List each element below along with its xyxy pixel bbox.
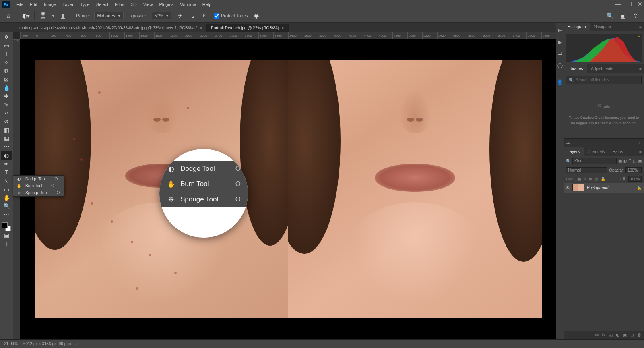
blend-select[interactable]: Normal — [566, 167, 607, 173]
fill-value[interactable]: 100% — [628, 176, 642, 182]
lasso-tool[interactable]: ⌇ — [1, 50, 12, 58]
lock-all-icon[interactable]: 🔒 — [601, 177, 605, 181]
color-swatches[interactable] — [2, 222, 11, 231]
menu-edit[interactable]: Edit — [27, 2, 41, 7]
adjustment-icon[interactable]: ◐ — [616, 332, 620, 338]
group-icon[interactable]: ▣ — [623, 332, 627, 338]
pen-tool[interactable]: ✒ — [1, 160, 12, 168]
path-tool[interactable]: ↖ — [1, 177, 12, 185]
doc-dimensions[interactable]: 6912 px x 3456 px (96 ppi) — [23, 342, 71, 346]
tab-paths[interactable]: Paths — [609, 147, 627, 156]
hand-tool[interactable]: ✋ — [1, 194, 12, 202]
new-layer-icon[interactable]: ⊞ — [630, 332, 634, 338]
gradient-tool[interactable]: ▦ — [1, 135, 12, 143]
eraser-tool[interactable]: ◧ — [1, 126, 12, 134]
link-icon[interactable]: ⧉ — [595, 332, 599, 338]
tab-libraries[interactable]: Libraries — [564, 64, 587, 73]
panel-menu-icon[interactable]: ≡ — [637, 64, 644, 73]
lock-artboard-icon[interactable]: ⊕ — [589, 177, 592, 181]
stamp-tool[interactable]: ⎌ — [1, 109, 12, 117]
adjust-icon[interactable]: ⊩ — [558, 27, 562, 33]
history-brush-tool[interactable]: ↺ — [1, 118, 12, 126]
trash-icon[interactable]: 🗑 — [637, 332, 642, 338]
sliders-icon[interactable]: ⇄ — [558, 51, 562, 57]
filter-pixel-icon[interactable]: ▩ — [618, 159, 622, 163]
menu-plugins[interactable]: Plugins — [156, 2, 177, 7]
tool-preset-icon[interactable]: ◐▾ — [21, 11, 30, 20]
pressure-icon[interactable]: ◉ — [252, 11, 261, 20]
tab-channels[interactable]: Channels — [584, 147, 609, 156]
doc-tab-2[interactable]: Portrait Retouch.jpg @ 22% (RGB/8#)× — [207, 24, 289, 32]
restore-icon[interactable]: ❐ — [627, 1, 632, 7]
flyout-burn[interactable]: ✋Burn ToolO — [13, 182, 64, 189]
menu-file[interactable]: File — [13, 2, 27, 7]
crop-tool[interactable]: ⧉ — [1, 67, 12, 75]
range-select[interactable]: Midtones▼ — [94, 12, 124, 19]
shape-tool[interactable]: ▭ — [1, 185, 12, 193]
brush-tool[interactable]: ✎ — [1, 101, 12, 109]
move-tool[interactable]: ✥ — [1, 33, 12, 41]
layer-thumbnail[interactable] — [572, 184, 584, 191]
menu-image[interactable]: Image — [41, 2, 60, 7]
opacity-value[interactable]: 100% — [625, 167, 642, 173]
lock-position-icon[interactable]: ✥ — [583, 177, 586, 181]
tab-histogram[interactable]: Histogram — [564, 23, 590, 31]
kind-select[interactable]: Kind — [572, 158, 617, 164]
cloud-status-icon[interactable]: ☁ — [566, 140, 570, 146]
menu-window[interactable]: Window — [177, 2, 199, 7]
doc-tab-1[interactable]: makeup-artist-applies-skintone-with-brus… — [15, 24, 207, 32]
warning-icon[interactable]: ⚠ — [637, 35, 641, 39]
filter-type-icon[interactable]: T — [629, 159, 631, 163]
flyout-sponge[interactable]: ❉Sponge ToolO — [13, 189, 64, 196]
chevron-right-icon[interactable]: › — [76, 342, 78, 346]
protect-tones-checkbox[interactable]: Protect Tones — [214, 13, 248, 19]
screenmode-tool[interactable]: ⫴ — [1, 240, 12, 248]
zoom-value[interactable]: 21.99% — [4, 342, 18, 346]
quickmask-tool[interactable]: ▣ — [1, 232, 12, 240]
menu-help[interactable]: Help — [199, 2, 215, 7]
panel-menu-icon[interactable]: ≡ — [637, 147, 644, 156]
tab-navigator[interactable]: Navigator — [590, 23, 615, 31]
menu-filter[interactable]: Filter — [111, 2, 128, 7]
exposure-select[interactable]: 50%▼ — [152, 12, 172, 19]
tab-close-icon[interactable]: × — [200, 25, 202, 30]
tab-layers[interactable]: Layers — [564, 147, 584, 156]
wand-tool[interactable]: ✧ — [1, 58, 12, 66]
filter-icon[interactable]: 🔍 — [566, 159, 571, 163]
flyout-dodge[interactable]: ◐Dodge ToolO — [13, 176, 64, 182]
home-icon[interactable]: ⌂ — [4, 11, 13, 20]
lock-nest-icon[interactable]: ▤ — [594, 177, 598, 181]
zoom-tool[interactable]: 🔍 — [1, 202, 12, 210]
lock-pixels-icon[interactable]: ▩ — [577, 177, 581, 181]
airbrush-icon[interactable]: ✈ — [175, 11, 184, 20]
layer-name[interactable]: Background — [587, 186, 608, 190]
angle-value[interactable]: 0° — [201, 13, 206, 18]
menu-type[interactable]: Type — [77, 2, 93, 7]
tab-close-icon[interactable]: × — [281, 25, 284, 30]
filter-adjust-icon[interactable]: ◐ — [623, 159, 627, 163]
marquee-tool[interactable]: ▭ — [1, 41, 12, 50]
close-icon[interactable]: ✕ — [638, 1, 642, 7]
eyedropper-tool[interactable]: 💧 — [1, 84, 12, 92]
layer-background[interactable]: 👁 Background 🔒 — [564, 183, 644, 193]
visibility-icon[interactable]: 👁 — [566, 186, 570, 190]
menu-3d[interactable]: 3D — [128, 2, 140, 7]
people-icon[interactable]: 👤 — [557, 79, 563, 85]
filter-shape-icon[interactable]: ▢ — [633, 159, 636, 163]
filter-smart-icon[interactable]: ▣ — [638, 159, 642, 163]
play-icon[interactable]: ▶ — [558, 39, 562, 45]
share-icon[interactable]: ⇪ — [631, 11, 640, 20]
lock-icon[interactable]: 🔒 — [637, 186, 642, 190]
menu-select[interactable]: Select — [93, 2, 112, 7]
search-icon[interactable]: 🔍 — [605, 11, 614, 20]
heal-tool[interactable]: ✚ — [1, 92, 12, 100]
tab-adjustments[interactable]: Adjustments — [587, 64, 617, 73]
dodge-tool[interactable]: ◐ — [1, 151, 12, 160]
workspace-icon[interactable]: ▣ — [618, 11, 627, 20]
fx-icon[interactable]: fx — [602, 332, 605, 338]
mask-icon[interactable]: ◰ — [609, 332, 613, 338]
brush-panel-icon[interactable]: ▥ — [59, 11, 68, 20]
add-icon[interactable]: ＋ — [638, 140, 642, 146]
library-search[interactable]: 🔍 Search all libraries — [566, 76, 642, 84]
menu-view[interactable]: View — [140, 2, 156, 7]
